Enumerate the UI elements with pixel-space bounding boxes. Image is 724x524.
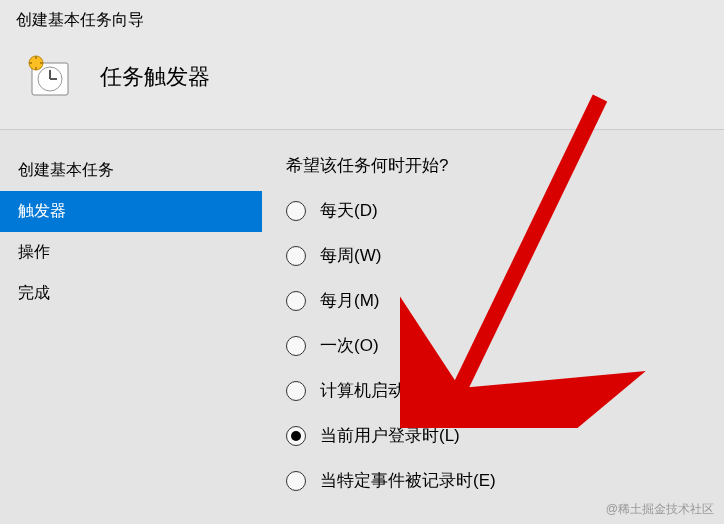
radio-weekly[interactable]: 每周(W) xyxy=(286,244,716,267)
main-panel: 希望该任务何时开始? 每天(D) 每周(W) 每月(M) 一次(O) xyxy=(262,130,724,524)
radio-label: 每周(W) xyxy=(320,244,381,267)
content-area: 创建基本任务 触发器 操作 完成 希望该任务何时开始? 每天(D) 每周(W) … xyxy=(0,129,724,524)
radio-on-logon[interactable]: 当前用户登录时(L) xyxy=(286,424,716,447)
svg-rect-7 xyxy=(29,62,32,64)
radio-label: 每天(D) xyxy=(320,199,378,222)
sidebar-item-finish[interactable]: 完成 xyxy=(0,273,262,314)
radio-label: 一次(O) xyxy=(320,334,379,357)
radio-icon xyxy=(286,381,306,401)
radio-label: 当特定事件被记录时(E) xyxy=(320,469,496,492)
dialog-header: 任务触发器 xyxy=(0,37,724,129)
header-title: 任务触发器 xyxy=(100,62,210,92)
radio-label: 当前用户登录时(L) xyxy=(320,424,460,447)
radio-icon xyxy=(286,426,306,446)
radio-on-event[interactable]: 当特定事件被记录时(E) xyxy=(286,469,716,492)
dialog-title: 创建基本任务向导 xyxy=(0,0,724,37)
wizard-sidebar: 创建基本任务 触发器 操作 完成 xyxy=(0,130,262,524)
svg-rect-5 xyxy=(35,56,37,59)
radio-monthly[interactable]: 每月(M) xyxy=(286,289,716,312)
wizard-dialog: 创建基本任务向导 任务触发器 创建基本任务 触发器 操作 xyxy=(0,0,724,524)
sidebar-item-action[interactable]: 操作 xyxy=(0,232,262,273)
trigger-radio-group: 每天(D) 每周(W) 每月(M) 一次(O) 计算机启动时 xyxy=(286,199,716,492)
radio-once[interactable]: 一次(O) xyxy=(286,334,716,357)
radio-daily[interactable]: 每天(D) xyxy=(286,199,716,222)
sidebar-item-create-task[interactable]: 创建基本任务 xyxy=(0,150,262,191)
radio-icon xyxy=(286,291,306,311)
radio-icon xyxy=(286,336,306,356)
radio-label: 计算机启动时 xyxy=(320,379,422,402)
radio-icon xyxy=(286,246,306,266)
radio-icon xyxy=(286,201,306,221)
clock-cog-icon xyxy=(28,55,72,99)
watermark: @稀土掘金技术社区 xyxy=(606,501,714,518)
radio-label: 每月(M) xyxy=(320,289,379,312)
panel-heading: 希望该任务何时开始? xyxy=(286,154,716,177)
svg-rect-6 xyxy=(35,67,37,70)
radio-on-startup[interactable]: 计算机启动时 xyxy=(286,379,716,402)
svg-rect-8 xyxy=(40,62,43,64)
sidebar-item-trigger[interactable]: 触发器 xyxy=(0,191,262,232)
radio-icon xyxy=(286,471,306,491)
